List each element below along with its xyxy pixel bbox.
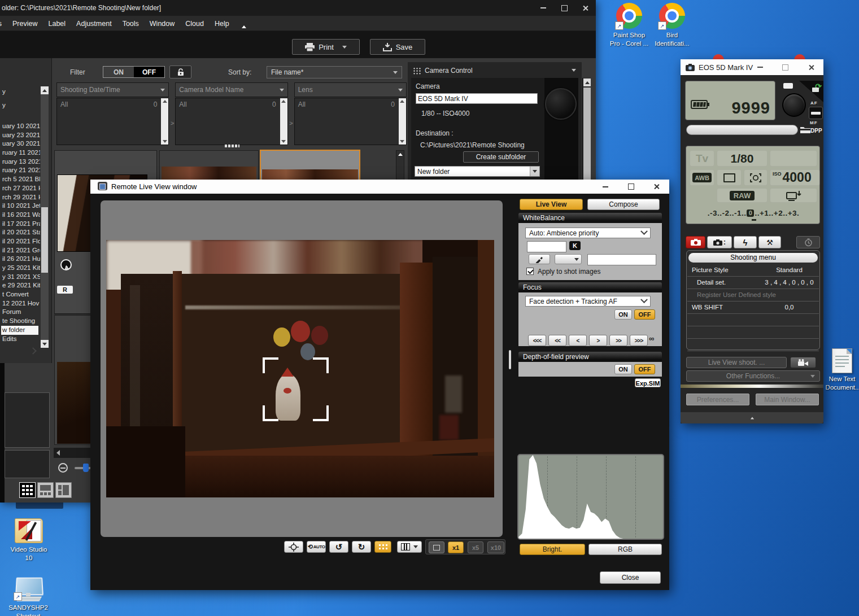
movie-mode-button[interactable] [790, 357, 816, 368]
focus-mode-dropdown[interactable]: Face detection + Tracking AF [525, 296, 651, 307]
quality-cell[interactable]: RAW [717, 188, 768, 203]
list-scrollbar[interactable] [280, 98, 287, 145]
auto-rotate-button[interactable]: ⟲ AUTO [307, 541, 326, 553]
folder-item[interactable]: il 10 2021 Jets [1, 202, 40, 211]
menu-item[interactable]: Help [215, 20, 229, 28]
folder-item[interactable]: il 16 2021 Wa [1, 211, 40, 220]
folder-item[interactable]: te Shooting [1, 317, 40, 326]
desktop-icon-bird[interactable]: ↗ BirdIdentificati... [652, 3, 692, 48]
scroll-up-icon[interactable] [398, 153, 403, 156]
print-button[interactable]: Print [292, 39, 360, 55]
folder-item[interactable]: uary 10 2021 Y [1, 122, 40, 131]
filter-column-dropdown[interactable]: Camera Model Name [175, 82, 287, 97]
folder-item[interactable]: rch 29 2021 H [1, 193, 40, 202]
metering-cell[interactable] [744, 169, 768, 186]
folder-item[interactable]: w folder [1, 326, 38, 335]
wb-mode-dropdown[interactable]: Auto: Ambience priority [525, 228, 651, 238]
camera-name-field[interactable] [416, 93, 538, 104]
filter-list[interactable]: All 0 > [175, 98, 287, 145]
list-scrollbar[interactable] [399, 98, 406, 145]
scroll-up-button[interactable] [583, 78, 591, 86]
filter-on[interactable]: ON [103, 67, 134, 77]
desktop-icon-new-text-document[interactable]: New TextDocument.. [825, 348, 859, 392]
lv-minimize-button[interactable] [597, 181, 614, 193]
histogram-bright-button[interactable]: Bright. [520, 544, 585, 555]
menu-item[interactable]: Preview [12, 20, 37, 28]
filter-list[interactable]: All 0 > [56, 98, 169, 145]
lv-maximize-button[interactable] [622, 181, 639, 193]
wb-value-field[interactable] [587, 254, 656, 265]
close-button[interactable] [577, 2, 593, 14]
subfolder-combo[interactable]: New folder [415, 166, 540, 177]
folder-item[interactable]: il 26 2021 Hu [1, 255, 40, 264]
scroll-left-icon[interactable] [56, 450, 60, 456]
combo-arrow-button[interactable] [530, 167, 539, 176]
rotate-ccw-button[interactable]: ↺ [329, 541, 348, 553]
shooting-menu-row[interactable]: Picture Style Standard [687, 264, 819, 277]
lv-title-bar[interactable]: Remote Live View window [90, 180, 669, 194]
frame-display-button[interactable] [429, 541, 444, 553]
aperture-cell[interactable] [770, 150, 817, 167]
tab-camera-settings[interactable]: : [707, 236, 732, 248]
folder-item[interactable]: uary 30 2021 K [1, 139, 40, 148]
lv-close-action-button[interactable]: Close [600, 571, 661, 584]
wb-eyedropper-button[interactable] [529, 254, 550, 264]
focus-step-button[interactable]: >>> [630, 335, 648, 346]
wb-preset-combo[interactable] [555, 254, 582, 264]
focus-on-button[interactable]: ON [614, 309, 632, 320]
menu-item[interactable]: Adjustment [76, 20, 112, 28]
palette-grip-icon[interactable] [413, 67, 421, 75]
dof-off-button[interactable]: OFF [634, 364, 655, 374]
folder-item[interactable]: y 25 2021 Kite [1, 264, 40, 273]
filter-off[interactable]: OFF [134, 67, 164, 77]
menu-item[interactable]: Label [49, 20, 66, 28]
desktop-icon-video-studio[interactable]: Video Studio10 [7, 518, 51, 562]
tab-compose[interactable]: Compose [587, 199, 660, 210]
create-subfolder-button[interactable]: Create subfolder [463, 151, 539, 163]
folder-item[interactable]: Edits [1, 335, 40, 344]
zoom-slider-thumb[interactable] [83, 464, 89, 472]
palette-collapse-icon[interactable] [572, 69, 576, 72]
zoom-out-button[interactable] [58, 463, 68, 473]
tree-expand-chevron[interactable] [30, 347, 37, 354]
other-functions-button[interactable]: Other Functions... [686, 370, 820, 382]
menu-item[interactable]: Tools [123, 20, 139, 28]
folder-item[interactable]: ruary 21 2021 [1, 166, 40, 175]
eos-minimize-button[interactable] [753, 62, 768, 73]
horizontal-scrollbar[interactable] [54, 448, 92, 458]
tree-scrollbar[interactable] [41, 86, 49, 348]
focus-step-button[interactable]: < [569, 335, 587, 346]
tab-shooting-menu[interactable] [686, 236, 705, 248]
tab-setup[interactable]: ⚒ [758, 236, 781, 248]
folder-item[interactable]: il 20 2021 Sta [1, 228, 40, 237]
shooting-menu-row[interactable] [687, 314, 819, 326]
desktop-icon-sandyshp2[interactable]: ↗ SANDYSHP2Shortcut [5, 577, 52, 616]
menu-item[interactable]: Cloud [185, 20, 204, 28]
eos-bottom-strip[interactable] [681, 412, 823, 423]
focus-off-button[interactable]: OFF [634, 309, 655, 320]
save-button[interactable]: Save [370, 39, 425, 55]
thumbnail-cell[interactable] [159, 150, 259, 184]
folder-root-item[interactable]: y [1, 101, 40, 110]
tab-live-view[interactable]: Live View [520, 199, 583, 210]
splitter-dots[interactable] [225, 145, 239, 147]
ev-scale[interactable]: .-3..-2..-1.. 0 ..+1..+2..+3. [686, 206, 821, 220]
shooting-menu-row[interactable]: Detail set. 3 , 4 , 4 , 0 , 0 , 0 [687, 277, 819, 289]
histogram-rgb-button[interactable]: RGB [588, 544, 662, 555]
transfer-cell[interactable] [770, 188, 817, 203]
view-preview-button[interactable] [37, 482, 54, 498]
minimize-button[interactable] [535, 2, 551, 14]
timer-button[interactable] [796, 236, 820, 248]
folder-item[interactable]: il 20 2021 Flov [1, 237, 40, 246]
main-title-bar[interactable]: older: C:\Pictures\2021\Remote Shooting\… [0, 0, 596, 16]
folder-item[interactable]: il 21 2021 Gre [1, 246, 40, 255]
folder-item[interactable]: rch 27 2021 H [1, 184, 40, 193]
preferences-button[interactable]: Preferences... [686, 394, 749, 405]
maximize-button[interactable] [556, 2, 572, 14]
focus-step-button[interactable]: <<< [528, 335, 546, 346]
live-view-shoot-button[interactable]: Live View shoot. ... [686, 357, 787, 368]
lv-close-button[interactable] [648, 181, 665, 193]
drive-mode-cell[interactable] [717, 169, 742, 186]
sort-dropdown[interactable]: File name* [267, 66, 402, 78]
filter-column-dropdown[interactable]: Shooting Date/Time [56, 82, 169, 97]
